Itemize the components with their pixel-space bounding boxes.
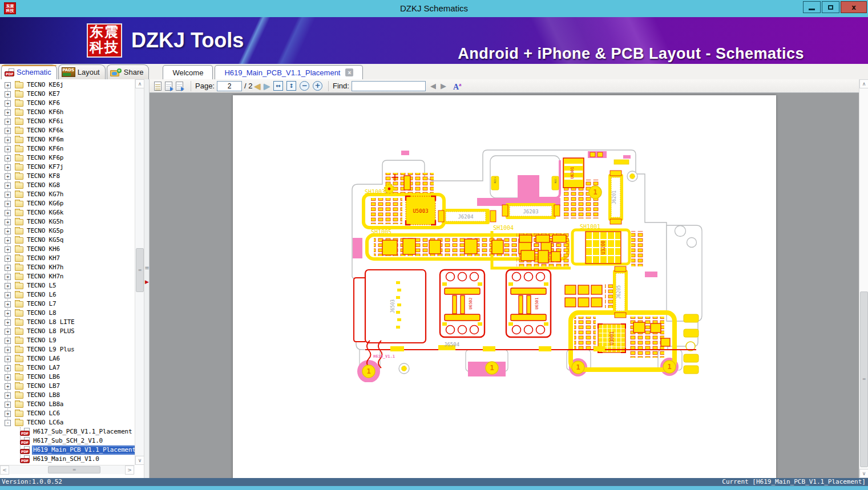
tree-item-folder[interactable]: +TECNO L7 [0,299,135,309]
find-next-icon[interactable]: ▶ [441,82,446,90]
tree-item-folder[interactable]: +TECNO LB8 [0,391,135,400]
expander-icon[interactable]: + [5,155,11,161]
tree-item-folder[interactable]: +TECNO KF7j [0,163,135,172]
scroll-up-icon[interactable]: ∧ [135,79,144,88]
tree-item-folder[interactable]: +TECNO KG6k [0,208,135,217]
expander-icon[interactable]: + [5,210,11,216]
expander-icon[interactable]: + [5,246,11,253]
tree-item-folder[interactable]: +TECNO KH6 [0,245,135,254]
find-input[interactable] [352,81,426,91]
expander-icon[interactable]: + [5,374,11,380]
tab-schematic[interactable]: PDF Schematic [1,64,57,79]
page-number-input[interactable] [217,81,242,91]
next-page-icon[interactable]: ▶ [264,82,270,91]
scroll-down-icon[interactable]: ∨ [859,469,868,478]
tree-item-folder[interactable]: +TECNO LB7 [0,382,135,391]
expander-icon[interactable]: + [5,383,11,390]
expander-icon[interactable]: + [5,110,11,116]
expander-icon[interactable]: + [5,292,11,298]
expander-icon[interactable]: + [5,219,11,225]
expander-icon[interactable]: + [5,301,11,307]
prev-doc-icon[interactable] [165,82,172,91]
tree-item-folder[interactable]: -TECNO LC6a [0,418,135,427]
expander-icon[interactable]: + [5,274,11,280]
expander-icon[interactable]: + [5,310,11,317]
expander-icon[interactable]: + [5,164,11,171]
tree-item-folder[interactable]: +TECNO KF6k [0,126,135,135]
expander-icon[interactable]: + [5,256,11,262]
tree-item-folder[interactable]: +TECNO L6 [0,290,135,299]
tree-item-folder[interactable]: +TECNO KG5h [0,217,135,226]
new-page-icon[interactable] [154,82,162,91]
close-tab-icon[interactable]: x [345,68,353,76]
expander-icon[interactable]: - [5,420,11,426]
splitter-collapse-icon[interactable]: ▶ [144,279,150,285]
tree-item-folder[interactable]: +TECNO LC6 [0,409,135,418]
tree-item-folder[interactable]: +TECNO KF6 [0,99,135,108]
scroll-left-icon[interactable]: < [0,465,9,475]
tree-item-folder[interactable]: +TECNO KF6p [0,153,135,163]
tree-item-file[interactable]: PDFH617_Sub_SCH_2_V1.0 [0,436,135,446]
tree-horizontal-scrollbar[interactable]: < ≡ > [0,465,135,474]
tree-item-folder[interactable]: +TECNO KF6h [0,108,135,117]
expander-icon[interactable]: + [5,319,11,326]
expander-icon[interactable]: + [5,338,11,344]
tree-item-folder[interactable]: +TECNO LB6 [0,372,135,382]
expander-icon[interactable]: + [5,91,11,98]
tree-item-file[interactable]: PDFH619_Main_PCB_V1.1_Placement [0,446,135,455]
expander-icon[interactable]: + [5,228,11,234]
tree-item-file[interactable]: PDFH617_Sub_PCB_V1.1_Placement [0,427,135,436]
tree-item-folder[interactable]: +TECNO KE6j [0,80,135,90]
scroll-down-icon[interactable]: ∨ [135,456,144,465]
tree-item-folder[interactable]: +TECNO KF6n [0,144,135,153]
tab-share[interactable]: + Share [107,64,150,79]
zoom-in-icon[interactable]: + [313,81,322,91]
tree-item-folder[interactable]: +TECNO KF6m [0,135,135,144]
tree-item-folder[interactable]: +TECNO L5 [0,281,135,290]
expander-icon[interactable]: + [5,392,11,399]
tree-item-folder[interactable]: +TECNO KG6p [0,199,135,208]
expander-icon[interactable]: + [5,347,11,353]
tree-item-folder[interactable]: +TECNO KF8 [0,172,135,181]
tree-item-folder[interactable]: +TECNO LA6 [0,354,135,363]
expander-icon[interactable]: + [5,283,11,289]
scroll-right-icon[interactable]: > [125,465,134,475]
find-prev-icon[interactable]: ◀ [430,82,436,90]
tab-layout[interactable]: PADS Layout [58,64,106,79]
model-tree[interactable]: +TECNO KE6j+TECNO KE7+TECNO KF6+TECNO KF… [0,79,135,465]
expander-icon[interactable]: + [5,411,11,417]
tab-welcome[interactable]: Welcome [163,65,213,79]
expander-icon[interactable]: + [5,146,11,152]
expander-icon[interactable]: + [5,119,11,125]
expander-icon[interactable]: + [5,237,11,244]
prev-page-icon[interactable]: ◀ [254,82,260,91]
tree-item-folder[interactable]: +TECNO L8 LITE [0,318,135,327]
expander-icon[interactable]: + [5,265,11,271]
expander-icon[interactable]: + [5,128,11,134]
zoom-out-icon[interactable]: − [300,81,309,91]
expander-icon[interactable]: + [5,137,11,143]
tree-item-folder[interactable]: +TECNO LA7 [0,363,135,372]
font-settings-icon[interactable]: Aa [453,80,462,91]
tree-hscrollbar-thumb[interactable]: ≡ [48,466,100,473]
tree-item-folder[interactable]: +TECNO KH7 [0,254,135,263]
tree-item-folder[interactable]: +TECNO KH7n [0,272,135,281]
document-vertical-scrollbar[interactable]: ∧ ≡ ∨ [859,79,868,478]
tree-item-folder[interactable]: +TECNO KG8 [0,181,135,190]
expander-icon[interactable]: + [5,365,11,371]
tree-item-folder[interactable]: +TECNO L8 PLUS [0,327,135,336]
tree-item-folder[interactable]: +TECNO KF6i [0,117,135,126]
expander-icon[interactable]: + [5,183,11,189]
document-viewport[interactable]: REC+ REC- [150,93,859,478]
tree-item-folder[interactable]: +TECNO LB8a [0,400,135,409]
tree-item-folder[interactable]: +TECNO KH7h [0,263,135,272]
expander-icon[interactable]: + [5,173,11,180]
fit-page-icon[interactable]: ↕ [286,81,296,91]
tree-item-folder[interactable]: +TECNO KG5q [0,236,135,245]
next-doc-icon[interactable] [176,82,183,91]
splitter-grip-icon[interactable]: ≡ [144,265,150,271]
expander-icon[interactable]: + [5,192,11,198]
tree-scrollbar-thumb[interactable]: ≡ [136,248,144,292]
tree-item-folder[interactable]: +TECNO L8 [0,309,135,318]
tree-item-folder[interactable]: +TECNO KG7h [0,190,135,199]
